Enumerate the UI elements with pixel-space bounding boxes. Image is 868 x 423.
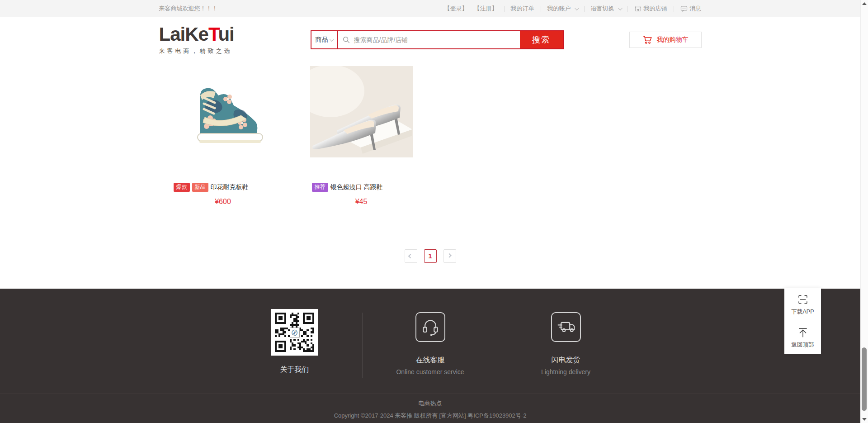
search-input[interactable] (354, 36, 515, 43)
product-image-silver-heels (310, 66, 413, 157)
topbar: 来客商城欢迎您！！！ 【登录】 【注册】 我的订单 我的账户 语言切换 我的店铺 (0, 0, 860, 17)
my-shop-link[interactable]: 我的店铺 (634, 5, 667, 13)
badge-recommend: 推荐 (312, 183, 328, 192)
back-to-top-button[interactable]: 返回顶部 (784, 321, 821, 354)
cart-button[interactable]: 我的购物车 (629, 32, 702, 48)
divider (627, 6, 628, 12)
logo-slogan: 来客电商，精致之选 (159, 47, 245, 55)
cart-icon (642, 35, 652, 44)
footer: 〄 关于我们 在线客服 Online customer service (0, 289, 860, 423)
product-image-floral-sneaker (172, 66, 274, 157)
register-link[interactable]: 【注册】 (474, 5, 498, 13)
search-icon (342, 36, 350, 44)
scrollbar-up-arrow[interactable] (862, 2, 867, 5)
pagination-next-button[interactable] (443, 249, 456, 263)
scrollbar[interactable] (860, 0, 868, 423)
service-title: 闪电发货 (552, 356, 580, 365)
footer-delivery-column: 闪电发货 Lightning delivery (498, 309, 634, 375)
chevron-right-icon (447, 253, 452, 258)
product-title[interactable]: 印花耐克板鞋 (211, 183, 249, 191)
product-list-section: 爆款 新品 印花耐克板鞋 ¥600 (0, 62, 860, 289)
login-link[interactable]: 【登录】 (444, 5, 468, 13)
download-app-button[interactable]: 下载APP (784, 288, 821, 321)
message-icon (680, 5, 688, 12)
qr-code: 〄 (271, 309, 318, 356)
search-field-wrap (338, 31, 520, 48)
footer-bottom: 电商热点 Copyright ©2017-2024 来客推 版权所有 [官方网站… (0, 394, 860, 420)
back-to-top-label: 返回顶部 (792, 341, 814, 349)
my-orders-link[interactable]: 我的订单 (511, 5, 534, 13)
product-grid: 爆款 新品 印花耐克板鞋 ¥600 (159, 62, 702, 206)
badge-new: 新品 (192, 183, 208, 192)
service-subtitle: Lightning delivery (541, 368, 590, 375)
footer-about-column: 〄 关于我们 (227, 309, 363, 375)
chevron-left-icon (408, 254, 413, 258)
download-app-label: 下载APP (791, 308, 814, 316)
qr-scan-icon (797, 294, 809, 305)
service-title: 在线客服 (416, 356, 445, 365)
site-logo[interactable]: LaiKeTui 来客电商，精致之选 (159, 25, 245, 55)
product-price: ¥45 (310, 198, 413, 206)
copyright-text: Copyright ©2017-2024 来客推 版权所有 [官方网站] 粤IC… (0, 412, 860, 420)
chevron-down-icon (618, 6, 622, 10)
search-category-select[interactable]: 商品 (311, 31, 338, 48)
cart-label: 我的购物车 (657, 36, 689, 44)
qr-finder-icon (303, 313, 314, 324)
shop-icon (634, 5, 642, 12)
header: LaiKeTui 来客电商，精致之选 商品 搜索 我的购物车 (0, 17, 860, 62)
badge-hot: 爆款 (174, 183, 190, 192)
footer-service-column: 在线客服 Online customer service (363, 309, 498, 375)
pagination: 1 (159, 249, 702, 263)
divider (541, 6, 541, 12)
truck-icon (551, 312, 581, 342)
search-bar: 商品 搜索 (311, 30, 564, 49)
divider (674, 6, 674, 12)
arrow-up-icon (797, 327, 809, 338)
topbar-menu: 【登录】 【注册】 我的订单 我的账户 语言切换 我的店铺 (444, 5, 702, 13)
footer-services: 〄 关于我们 在线客服 Online customer service (227, 289, 634, 375)
chevron-down-icon (329, 37, 334, 42)
welcome-text: 来客商城欢迎您！！！ (159, 5, 218, 13)
product-title[interactable]: 银色超浅口 高跟鞋 (330, 183, 383, 191)
scrollbar-down-arrow[interactable] (862, 418, 867, 421)
service-subtitle: Online customer service (396, 368, 464, 375)
product-card[interactable]: 推荐 银色超浅口 高跟鞋 ¥45 (310, 66, 413, 206)
page: 来客商城欢迎您！！！ 【登录】 【注册】 我的订单 我的账户 语言切换 我的店铺 (0, 0, 860, 423)
divider (584, 6, 585, 12)
product-title-row: 爆款 新品 印花耐克板鞋 (172, 183, 274, 192)
my-account-link[interactable]: 我的账户 (547, 5, 578, 13)
about-us-link[interactable]: 关于我们 (280, 365, 309, 375)
product-card[interactable]: 爆款 新品 印花耐克板鞋 ¥600 (172, 66, 274, 206)
search-button[interactable]: 搜索 (520, 31, 563, 48)
product-price: ¥600 (172, 198, 274, 206)
language-switch-link[interactable]: 语言切换 (591, 5, 621, 13)
chevron-down-icon (574, 6, 579, 10)
qr-finder-icon (275, 313, 286, 324)
qr-center-logo: 〄 (290, 328, 300, 337)
scrollbar-thumb[interactable] (862, 347, 867, 411)
headset-icon (415, 312, 445, 342)
messages-link[interactable]: 消息 (680, 5, 702, 13)
floating-panel: 下载APP 返回顶部 (784, 288, 821, 354)
divider (504, 6, 505, 12)
hotspot-link[interactable]: 电商热点 (419, 394, 442, 408)
pagination-page-1[interactable]: 1 (424, 249, 437, 263)
product-title-row: 推荐 银色超浅口 高跟鞋 (310, 183, 413, 192)
logo-text: LaiKeTui (159, 25, 245, 44)
pagination-prev-button[interactable] (405, 249, 417, 263)
qr-finder-icon (275, 341, 286, 352)
